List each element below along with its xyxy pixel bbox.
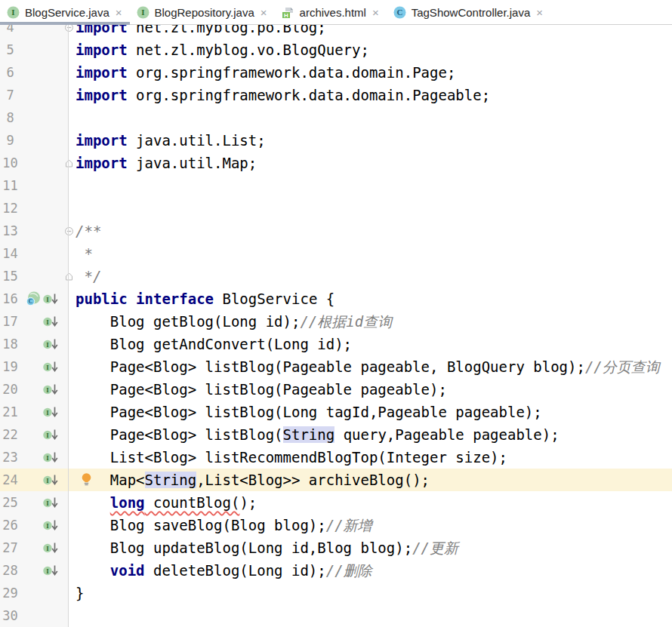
code-text[interactable]: void deleteBlog(Long id);//删除 bbox=[69, 559, 672, 582]
code-text[interactable]: public interface BlogService { bbox=[69, 287, 672, 310]
fold-start-icon[interactable] bbox=[64, 226, 74, 236]
implemented-icon[interactable]: I bbox=[42, 405, 59, 420]
gutter[interactable]: 25I bbox=[0, 491, 69, 514]
code-text[interactable] bbox=[69, 174, 672, 197]
gutter[interactable]: 18I bbox=[0, 333, 69, 355]
code-text[interactable]: long countBlog(); bbox=[69, 491, 672, 514]
gutter[interactable]: 11 bbox=[0, 174, 69, 197]
code-line-8: 8 bbox=[0, 106, 672, 129]
gutter[interactable]: 20I bbox=[0, 378, 69, 401]
gutter[interactable]: 17I bbox=[0, 310, 69, 333]
code-text[interactable] bbox=[69, 106, 672, 129]
implemented-icon[interactable]: I bbox=[42, 450, 59, 465]
token: //新增 bbox=[326, 517, 372, 533]
gutter[interactable]: 5 bbox=[0, 38, 69, 61]
gutter[interactable]: 30 bbox=[0, 604, 69, 627]
tab-close-icon[interactable]: × bbox=[536, 7, 543, 18]
code-text[interactable]: import org.springframework.data.domain.P… bbox=[69, 84, 672, 106]
implemented-icon[interactable]: I bbox=[42, 473, 59, 487]
code-text[interactable]: import net.zl.myblog.vo.BlogQuery; bbox=[69, 38, 672, 61]
code-editor[interactable]: 4import net.zl.myblog.po.Blog;5import ne… bbox=[0, 25, 672, 627]
line-number: 14 bbox=[0, 242, 20, 265]
implemented-icon[interactable]: I bbox=[42, 518, 59, 533]
editor-tab-bar: IBlogService.java×IBlogRepository.java×H… bbox=[0, 0, 672, 25]
code-text[interactable]: /** bbox=[69, 220, 672, 242]
code-text[interactable]: import java.util.List; bbox=[69, 129, 672, 152]
fold-start-icon[interactable] bbox=[64, 25, 74, 32]
gutter[interactable]: 12 bbox=[0, 197, 69, 220]
tab-close-icon[interactable]: × bbox=[372, 7, 379, 18]
code-text[interactable]: Blog updateBlog(Long id,Blog blog);//更新 bbox=[69, 536, 672, 559]
implemented-icon[interactable]: I bbox=[42, 337, 59, 352]
tab-archives-html[interactable]: Harchives.html× bbox=[275, 0, 387, 24]
interface-implemented-class-icon[interactable]: C bbox=[26, 291, 42, 306]
token: ); bbox=[239, 494, 257, 511]
gutter[interactable]: 15 bbox=[0, 265, 69, 287]
gutter[interactable]: 8 bbox=[0, 106, 69, 129]
gutter[interactable]: 13 bbox=[0, 220, 69, 242]
implemented-icon[interactable]: I bbox=[42, 360, 59, 374]
code-text[interactable] bbox=[69, 604, 672, 627]
token: Page<Blog> listBlog( bbox=[76, 426, 283, 443]
gutter[interactable]: 27I bbox=[0, 536, 69, 559]
code-text[interactable]: import net.zl.myblog.po.Blog; bbox=[69, 25, 672, 38]
line-number: 15 bbox=[0, 265, 20, 287]
token: interface bbox=[136, 290, 214, 307]
code-text[interactable]: import org.springframework.data.domain.P… bbox=[69, 61, 672, 84]
line-number: 29 bbox=[0, 582, 20, 604]
gutter[interactable]: 7 bbox=[0, 84, 69, 106]
tab-blogservice-java[interactable]: IBlogService.java× bbox=[0, 0, 130, 24]
code-text[interactable]: Page<Blog> listBlog(String query,Pageabl… bbox=[69, 423, 672, 446]
token: org.springframework.data.domain.Pageable… bbox=[128, 87, 490, 103]
intention-bulb-icon[interactable] bbox=[81, 472, 92, 487]
token: Blog getAndConvert(Long id); bbox=[76, 336, 352, 352]
code-text[interactable]: Blog saveBlog(Blog blog);//新增 bbox=[69, 514, 672, 536]
tab-close-icon[interactable]: × bbox=[116, 7, 122, 18]
token: * bbox=[76, 245, 93, 262]
gutter[interactable]: 6 bbox=[0, 61, 69, 84]
gutter[interactable]: 10 bbox=[0, 152, 69, 174]
code-text[interactable]: */ bbox=[69, 265, 672, 287]
gutter[interactable]: 24I bbox=[0, 469, 69, 491]
gutter[interactable]: 21I bbox=[0, 401, 69, 423]
gutter[interactable]: 28I bbox=[0, 559, 69, 582]
gutter[interactable]: 23I bbox=[0, 446, 69, 469]
gutter[interactable]: 14 bbox=[0, 242, 69, 265]
implemented-icon[interactable]: I bbox=[42, 428, 59, 442]
tab-close-icon[interactable]: × bbox=[260, 7, 267, 18]
code-text[interactable]: Page<Blog> listBlog(Pageable pageable); bbox=[69, 378, 672, 401]
code-text[interactable]: Page<Blog> listBlog(Long tagId,Pageable … bbox=[69, 401, 672, 423]
gutter[interactable]: 16CI bbox=[0, 287, 69, 310]
gutter[interactable]: 4 bbox=[0, 25, 69, 38]
implemented-icon[interactable]: I bbox=[42, 564, 59, 578]
tab-tagshowcontroller-java[interactable]: CTagShowController.java× bbox=[387, 0, 550, 24]
code-text[interactable]: List<Blog> listRecommendBlogTop(Integer … bbox=[69, 446, 672, 469]
code-text[interactable]: } bbox=[69, 582, 672, 604]
implemented-icon[interactable]: I bbox=[42, 541, 59, 555]
code-text[interactable] bbox=[69, 197, 672, 220]
gutter[interactable]: 19I bbox=[0, 355, 69, 378]
gutter-icons: I bbox=[24, 423, 59, 446]
implemented-icon[interactable]: I bbox=[42, 292, 59, 306]
implemented-icon[interactable]: I bbox=[42, 496, 59, 510]
code-text[interactable]: Blog getAndConvert(Long id); bbox=[69, 333, 672, 355]
code-text[interactable]: Blog getBlog(Long id);//根据id查询 bbox=[69, 310, 672, 333]
token: net.zl.myblog.po.Blog; bbox=[128, 25, 326, 35]
gutter[interactable]: 26I bbox=[0, 514, 69, 536]
gutter[interactable]: 22I bbox=[0, 423, 69, 446]
code-text[interactable]: * bbox=[69, 242, 672, 265]
code-text[interactable]: import java.util.Map; bbox=[69, 152, 672, 174]
tab-blogrepository-java[interactable]: IBlogRepository.java× bbox=[130, 0, 275, 24]
code-line-17: 17I Blog getBlog(Long id);//根据id查询 bbox=[0, 310, 672, 333]
implemented-icon[interactable]: I bbox=[42, 315, 59, 329]
fold-end-icon[interactable] bbox=[64, 272, 74, 281]
gutter[interactable]: 9 bbox=[0, 129, 69, 152]
implemented-icon[interactable]: I bbox=[42, 383, 59, 397]
gutter[interactable]: 29 bbox=[0, 582, 69, 604]
code-text[interactable]: Map<String,List<Blog>> archiveBlog(); bbox=[69, 469, 672, 491]
token: } bbox=[76, 585, 84, 601]
svg-text:I: I bbox=[46, 567, 49, 575]
svg-text:I: I bbox=[11, 8, 14, 17]
code-text[interactable]: Page<Blog> listBlog(Pageable pageable, B… bbox=[69, 355, 672, 378]
fold-end-icon[interactable] bbox=[64, 158, 74, 168]
